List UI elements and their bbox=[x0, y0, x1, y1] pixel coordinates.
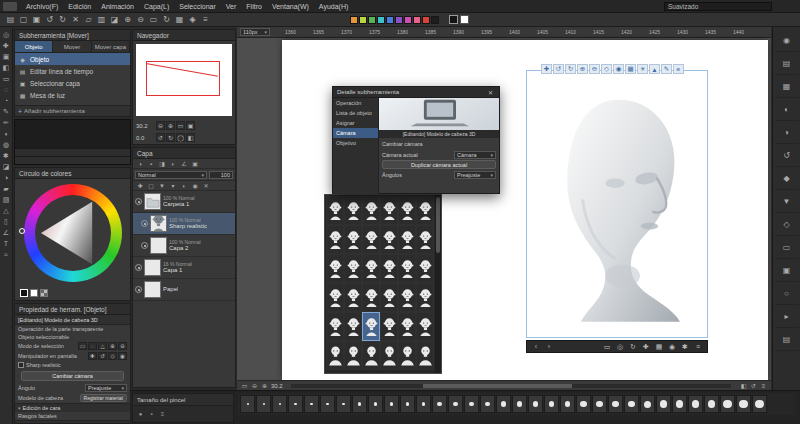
cut-icon[interactable]: ✕ bbox=[69, 14, 82, 26]
layer-thumbnail[interactable] bbox=[144, 193, 161, 210]
mask-icon[interactable]: ◐ bbox=[179, 181, 189, 190]
layer-row-capa-2[interactable]: 100 % NormalCapa 2 bbox=[133, 235, 235, 257]
eraser-icon[interactable]: ◪ bbox=[108, 14, 121, 26]
sub-view-icon[interactable]: ▭ bbox=[775, 236, 799, 259]
face-preset-26[interactable] bbox=[344, 312, 362, 341]
section-ancho-de-linea-de-contorno[interactable]: Ancho de línea de contorno bbox=[15, 420, 130, 424]
ruler-icon[interactable]: ∠ bbox=[1, 227, 12, 238]
settings-icon[interactable]: ≡ bbox=[199, 14, 212, 26]
set-color-icon[interactable]: ▣ bbox=[190, 159, 200, 168]
scrollbar[interactable] bbox=[435, 195, 441, 373]
face-preset-10[interactable] bbox=[380, 225, 398, 254]
face-preset-18[interactable] bbox=[416, 254, 434, 283]
brush-icon[interactable]: ◗ bbox=[1, 128, 12, 139]
face-preset-15[interactable] bbox=[362, 254, 380, 283]
prev-icon[interactable]: ‹ bbox=[531, 342, 541, 352]
rect-select-icon[interactable]: ▭ bbox=[78, 342, 87, 350]
reset-icon[interactable]: ↺ bbox=[749, 382, 758, 390]
layer-thumbnail[interactable] bbox=[144, 281, 161, 298]
snap-icon[interactable]: ◈ bbox=[186, 14, 199, 26]
pan-icon[interactable]: ✚ bbox=[641, 342, 651, 352]
layer-visibility-icon[interactable] bbox=[141, 242, 148, 249]
face-preset-25[interactable] bbox=[326, 312, 344, 341]
layer-row-carpeta-1[interactable]: 100 % NormalCarpeta 1 bbox=[133, 191, 235, 213]
face-preset-5[interactable] bbox=[398, 196, 416, 225]
face-preset-21[interactable] bbox=[362, 283, 380, 312]
subtool-tab-objeto[interactable]: Objeto bbox=[15, 41, 53, 52]
camera-zoom-out-icon[interactable]: ⊖ bbox=[589, 64, 600, 74]
brush-size-preset-24[interactable] bbox=[608, 395, 623, 413]
brush-size-preset-7[interactable] bbox=[336, 395, 351, 413]
mask-icon[interactable]: ◐ bbox=[168, 159, 178, 168]
face-preset-3[interactable] bbox=[362, 196, 380, 225]
selection-icon[interactable]: ▭ bbox=[1, 73, 12, 84]
color-wheel-icon[interactable]: ◉ bbox=[775, 29, 799, 52]
info-icon[interactable]: ○ bbox=[775, 282, 799, 305]
model-rotate-icon[interactable]: ◉ bbox=[613, 64, 624, 74]
rotate-view-icon[interactable]: ↻ bbox=[160, 14, 173, 26]
correction-icon[interactable]: ≈ bbox=[1, 249, 12, 260]
color-swatch-4[interactable] bbox=[377, 16, 385, 24]
layer-visibility-icon[interactable] bbox=[135, 198, 142, 205]
brush-size-preset-11[interactable] bbox=[400, 395, 415, 413]
zoom-in-icon[interactable]: ⊕ bbox=[260, 382, 269, 390]
color-swatch-6[interactable] bbox=[395, 16, 403, 24]
face-preset-36[interactable] bbox=[416, 341, 434, 370]
brush-size-preset-27[interactable] bbox=[656, 395, 671, 413]
dialog-category-asignar[interactable]: Asignar bbox=[333, 118, 378, 128]
scrollbar-thumb[interactable] bbox=[423, 384, 573, 388]
face-preset-8[interactable] bbox=[344, 225, 362, 254]
brush-size-preset-3[interactable] bbox=[272, 395, 287, 413]
history-icon[interactable]: ↺ bbox=[775, 144, 799, 167]
text-icon[interactable]: T bbox=[1, 238, 12, 249]
eyedropper-icon[interactable]: ◔ bbox=[1, 95, 12, 106]
face-preset-27[interactable] bbox=[362, 312, 380, 341]
airbrush-icon[interactable]: ◍ bbox=[1, 139, 12, 150]
operation-icon[interactable]: ▣ bbox=[1, 51, 12, 62]
prop-angulo[interactable]: ÁnguloPreajuste bbox=[15, 383, 130, 393]
camera-rotate-icon[interactable]: ↺ bbox=[553, 64, 564, 74]
brush-size-preset-4[interactable] bbox=[288, 395, 303, 413]
brush-size-preset-30[interactable] bbox=[704, 395, 719, 413]
layer-visibility-icon[interactable] bbox=[135, 286, 142, 293]
grid-icon[interactable]: ▦ bbox=[173, 14, 186, 26]
face-preset-35[interactable] bbox=[398, 341, 416, 370]
3d-material-icon[interactable]: ◇ bbox=[775, 213, 799, 236]
layer-row-capa-1[interactable]: 16 % NormalCapa 1 bbox=[133, 257, 235, 279]
3d-head-model[interactable] bbox=[531, 83, 703, 335]
face-preset-29[interactable] bbox=[398, 312, 416, 341]
mix-color-icon[interactable]: ◐ bbox=[775, 98, 799, 121]
lasso-select-icon[interactable]: ◌ bbox=[88, 342, 97, 350]
prop-manipulador-en-pantalla[interactable]: Manipulador en pantalla✚↺◇◉ bbox=[15, 351, 130, 361]
figure-icon[interactable]: △ bbox=[1, 205, 12, 216]
camera-move-icon[interactable]: ✚ bbox=[541, 64, 552, 74]
face-preset-22[interactable] bbox=[380, 283, 398, 312]
brush-size-preset-25[interactable] bbox=[624, 395, 639, 413]
face-preset-19[interactable] bbox=[326, 283, 344, 312]
foreground-color-chip[interactable] bbox=[449, 15, 458, 24]
subtool-item-seleccionar-capa[interactable]: ▣Seleccionar capa bbox=[15, 77, 130, 89]
gradient-icon[interactable]: ▨ bbox=[1, 194, 12, 205]
delete-icon[interactable]: ✕ bbox=[201, 181, 211, 190]
move-gizmo-icon[interactable]: ✚ bbox=[88, 352, 97, 360]
sharp-realistic-checkbox[interactable] bbox=[18, 362, 24, 368]
menu-icon[interactable]: ≡ bbox=[759, 382, 768, 390]
face-preset-11[interactable] bbox=[398, 225, 416, 254]
subtool-tab-mover[interactable]: Mover bbox=[53, 41, 91, 52]
download-icon[interactable]: ▼ bbox=[775, 190, 799, 213]
brush-size-preset-12[interactable] bbox=[416, 395, 431, 413]
open-file-icon[interactable]: ▢ bbox=[17, 14, 30, 26]
zoom-in-icon[interactable]: ⊕ bbox=[166, 121, 175, 130]
color-swatch-1[interactable] bbox=[350, 16, 358, 24]
layer-thumbnail[interactable] bbox=[150, 215, 167, 232]
menu-capa-l[interactable]: Capa(L) bbox=[139, 3, 174, 10]
dialog-category-lista-de-objeto[interactable]: Lista de objeto bbox=[333, 108, 378, 118]
edit-icon[interactable]: ✎ bbox=[661, 64, 672, 74]
face-preset-28[interactable] bbox=[380, 312, 398, 341]
rotate-right-icon[interactable]: ↻ bbox=[166, 133, 175, 142]
material-icon[interactable]: ◆ bbox=[775, 167, 799, 190]
face-preset-9[interactable] bbox=[362, 225, 380, 254]
actual-size-icon[interactable]: ▣ bbox=[186, 121, 195, 130]
fill-icon[interactable]: ▰ bbox=[1, 183, 12, 194]
fit-icon[interactable]: ▭ bbox=[176, 121, 185, 130]
